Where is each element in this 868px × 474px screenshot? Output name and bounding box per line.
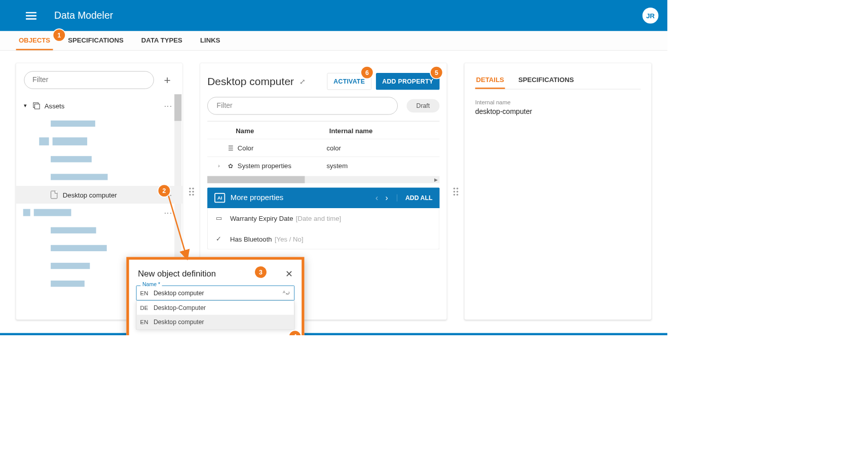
tab-objects[interactable]: OBJECTS (16, 31, 53, 50)
new-object-dialog: New object definition ✕ Name * EN ᴬ⤾ DE … (126, 257, 304, 335)
more-properties-header: AI More properties ‹ › ADD ALL (207, 188, 439, 208)
tab-specifications[interactable]: SPECIFICATIONS (517, 73, 575, 89)
name-field[interactable]: EN ᴬ⤾ (136, 286, 295, 301)
close-icon[interactable]: ✕ (285, 268, 293, 279)
tree-item[interactable] (16, 221, 182, 239)
object-title: Desktop computer (207, 75, 294, 88)
suggested-property[interactable]: ✓ Has Bluetooth [Yes / No] (208, 228, 439, 249)
avatar[interactable]: JR (643, 8, 659, 24)
language-dropdown: DE Desktop-Computer EN Desktop computer (136, 301, 295, 330)
tab-data-types[interactable]: DATA TYPES (139, 31, 185, 50)
details-panel: DETAILS SPECIFICATIONS Internal name des… (465, 63, 652, 320)
suggested-label: Has Bluetooth (230, 235, 272, 243)
tree-item-menu-icon[interactable]: ⋮ (163, 209, 172, 216)
next-icon[interactable]: › (385, 193, 388, 202)
tree-item[interactable] (16, 239, 182, 257)
gear-icon: ✿ (228, 162, 238, 169)
property-name: Color (238, 144, 327, 151)
add-property-button[interactable]: ADD PROPERTY (376, 73, 439, 90)
top-bar: Data Modeler JR (0, 0, 667, 31)
drag-handle-icon[interactable] (453, 187, 458, 195)
internal-name-value: desktop-computer (475, 107, 641, 115)
svg-rect-1 (34, 104, 40, 109)
tree-item[interactable] (16, 133, 182, 150)
chevron-down-icon: ▾ (24, 103, 29, 109)
suggested-property[interactable]: ▭ Warranty Expiry Date [Date and time] (208, 208, 439, 228)
more-properties-label: More properties (231, 193, 284, 203)
menu-icon[interactable] (26, 10, 36, 21)
step-badge: 1 (53, 29, 65, 41)
property-filter-input[interactable]: Filter (207, 97, 397, 114)
suggested-hint: [Yes / No] (275, 235, 304, 243)
list-icon: ☰ (228, 144, 238, 151)
calendar-icon: ▭ (216, 214, 225, 222)
internal-name-label: Internal name (475, 99, 641, 106)
app-title: Data Modeler (54, 10, 113, 21)
step-badge: 5 (431, 67, 442, 78)
property-row[interactable]: ☰ Color color (207, 139, 439, 156)
name-input[interactable] (154, 290, 283, 297)
suggested-hint: [Date and time] (296, 215, 341, 222)
stack-icon (33, 102, 40, 109)
tree-item[interactable]: ⋮ (16, 204, 182, 221)
tree-item[interactable] (16, 168, 182, 186)
add-object-button[interactable]: + (160, 73, 174, 87)
status-badge: Draft (406, 99, 439, 112)
step-badge: 3 (255, 266, 267, 278)
tree-item-label: Desktop computer (63, 191, 117, 199)
horizontal-scrollbar[interactable]: ◀▶ (207, 176, 439, 183)
translate-icon[interactable]: ᴬ⤾ (283, 290, 291, 297)
lang-option[interactable]: EN Desktop computer (137, 315, 294, 329)
property-internal: color (326, 144, 341, 151)
add-all-button[interactable]: ADD ALL (397, 194, 432, 202)
tab-details[interactable]: DETAILS (475, 73, 505, 89)
property-row[interactable]: › ✿ System properties system (207, 156, 439, 174)
tab-specifications[interactable]: SPECIFICATIONS (65, 31, 126, 50)
suggested-label: Warranty Expiry Date (230, 215, 293, 222)
lang-option[interactable]: DE Desktop-Computer (137, 301, 294, 315)
step-badge: 2 (159, 185, 170, 196)
lang-tag: EN (140, 290, 154, 296)
tree-root-label: Assets (45, 102, 65, 110)
prev-icon[interactable]: ‹ (375, 193, 378, 202)
rename-icon[interactable]: ⤢ (299, 77, 305, 86)
dialog-title: New object definition (138, 269, 216, 279)
property-table-header: Name Internal name (207, 122, 439, 139)
column-internal: Internal name (329, 127, 373, 134)
chevron-right-icon[interactable]: › (218, 163, 228, 169)
tree-filter-input[interactable]: Filter (24, 71, 154, 89)
tab-links[interactable]: LINKS (198, 31, 223, 50)
drag-handle-icon[interactable] (189, 187, 194, 195)
tree-root-assets[interactable]: ▾ Assets ⋮ (16, 97, 182, 114)
step-badge: 6 (361, 67, 373, 78)
property-internal: system (326, 162, 348, 170)
ai-badge-icon: AI (214, 193, 225, 203)
check-icon: ✓ (216, 235, 225, 243)
tree-item[interactable] (16, 150, 182, 168)
main-tab-bar: OBJECTS SPECIFICATIONS DATA TYPES LINKS (0, 31, 667, 51)
property-name: System properties (238, 162, 327, 170)
column-name: Name (236, 127, 329, 134)
name-field-legend: Name * (140, 282, 162, 288)
tree-item[interactable] (16, 115, 182, 133)
tree-item-desktop-computer[interactable]: Desktop computer ⋮ (16, 186, 182, 204)
document-icon (51, 191, 57, 199)
tree-item-menu-icon[interactable]: ⋮ (163, 102, 172, 109)
